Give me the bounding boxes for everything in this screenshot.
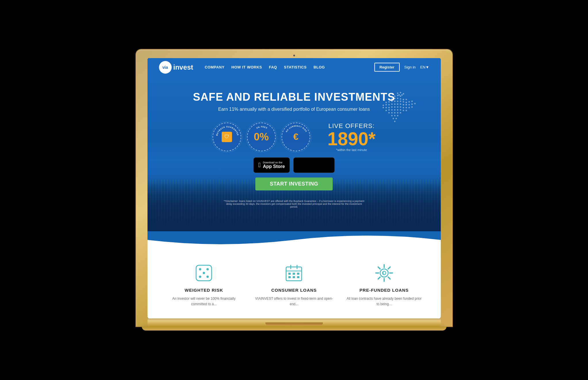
svg-line-92 [388, 267, 390, 269]
buyback-guarantee-badge: BUYBACK GUARANTEE 🛡 [212, 123, 241, 151]
feature-pre-funded-loans: $ PRE-FUNDED LOANS All loan contracts ha… [345, 263, 423, 307]
fees-badge-text: 0% FEES [256, 126, 268, 129]
no-currency-risk-badge: NO CURRENCY RISK € [281, 123, 310, 151]
svg-point-29 [405, 104, 407, 105]
wave-separator [148, 231, 441, 249]
logo-circle: via [159, 61, 172, 74]
google-play-sub-label: GET IT ON [305, 160, 330, 165]
zero-fees-badge: 0% FEES 0% [247, 123, 276, 151]
apple-icon:  [258, 161, 261, 169]
svg-point-22 [385, 104, 387, 105]
register-button[interactable]: Register [374, 63, 400, 72]
app-store-sub-label: Download on the [263, 161, 285, 164]
wave-svg [148, 231, 441, 249]
consumer-loans-title: CONSUMER LOANS [271, 288, 317, 293]
logo-via-text: via [162, 65, 168, 70]
svg-point-31 [411, 103, 413, 105]
live-offers-number: 1890* [327, 130, 376, 148]
svg-point-26 [397, 103, 398, 105]
svg-point-21 [382, 104, 384, 106]
svg-rect-81 [288, 276, 291, 278]
macbook-label: MacBook [286, 322, 303, 326]
laptop-screen: via invest COMPANY HOW IT WORKS FAQ STAT… [148, 58, 441, 318]
weighted-risk-title: WEIGHTED RISK [185, 288, 223, 293]
currency-badge-text: NO CURRENCY RISK [285, 125, 307, 133]
google-play-main-label: Google Play [305, 165, 330, 170]
svg-text:$: $ [382, 272, 384, 275]
consumer-loans-desc: VIAINVEST offers to invest in fixed-term… [255, 296, 333, 307]
nav-links: COMPANY HOW IT WORKS FAQ STATISTICS BLOG [205, 65, 374, 69]
svg-point-73 [206, 276, 209, 278]
svg-point-52 [388, 112, 390, 113]
sign-in-link[interactable]: Sign in [404, 65, 416, 69]
svg-point-27 [400, 103, 401, 105]
calendar-icon [284, 263, 304, 283]
weighted-risk-desc: An investor will never be 100% financial… [165, 296, 243, 307]
hero-title: SAFE AND RELIABLE INVESTMENTS [153, 91, 435, 103]
google-play-button[interactable]: ▶ GET IT ON Google Play [293, 157, 335, 173]
live-offers-section: LIVE OFFERS: 1890* *within the last minu… [327, 122, 376, 152]
svg-point-62 [394, 121, 395, 122]
svg-point-23 [388, 104, 390, 105]
svg-point-57 [391, 115, 392, 116]
hero-subtitle: Earn 11% annually with a diversified por… [153, 107, 435, 112]
browser-content: via invest COMPANY HOW IT WORKS FAQ STAT… [148, 58, 441, 318]
laptop-bottom-bezel: MacBook [148, 318, 441, 326]
screen-bezel: via invest COMPANY HOW IT WORKS FAQ STAT… [136, 49, 452, 326]
logo[interactable]: via invest [159, 61, 193, 74]
svg-rect-83 [297, 276, 299, 278]
nav-faq[interactable]: FAQ [269, 65, 277, 69]
svg-point-58 [394, 115, 395, 116]
logo-invest-text: invest [173, 63, 193, 71]
app-store-main-label: App Store [263, 164, 285, 169]
disclaimer-text: **Disclaimer: loans listed on VIAINVEST … [222, 200, 366, 208]
svg-line-91 [388, 277, 390, 279]
language-selector[interactable]: EN▼ [420, 65, 429, 69]
svg-point-24 [391, 103, 392, 105]
features-section: WEIGHTED RISK An investor will never be … [148, 249, 441, 318]
svg-point-71 [203, 272, 205, 274]
svg-point-59 [397, 115, 398, 116]
feature-consumer-loans: CONSUMER LOANS VIAINVEST offers to inves… [255, 263, 333, 307]
svg-point-28 [403, 104, 404, 105]
start-investing-button[interactable]: START INVESTING [255, 177, 332, 190]
svg-line-90 [378, 267, 380, 269]
svg-rect-78 [288, 273, 291, 275]
svg-point-72 [199, 276, 201, 278]
camera-dot [293, 55, 295, 56]
svg-point-60 [392, 118, 394, 119]
laptop-frame: via invest COMPANY HOW IT WORKS FAQ STAT… [136, 49, 452, 331]
svg-point-84 [380, 269, 388, 277]
svg-rect-82 [293, 276, 295, 278]
google-play-text: GET IT ON Google Play [305, 160, 330, 170]
nav-blog[interactable]: BLOG [313, 65, 325, 69]
nav-company[interactable]: COMPANY [205, 65, 225, 69]
pre-funded-loans-title: PRE-FUNDED LOANS [359, 288, 409, 293]
nav-right: Register Sign in EN▼ [374, 63, 429, 72]
gear-with-dollar-icon: $ [374, 263, 394, 283]
app-store-text: Download on the App Store [263, 161, 285, 169]
feature-weighted-risk: WEIGHTED RISK An investor will never be … [165, 263, 243, 307]
svg-point-55 [397, 112, 398, 113]
nav-statistics[interactable]: STATISTICS [284, 65, 307, 69]
store-buttons-row:  Download on the App Store ▶ GET [253, 157, 335, 173]
svg-rect-80 [297, 273, 299, 275]
features-grid: WEIGHTED RISK An investor will never be … [165, 263, 424, 307]
svg-rect-79 [293, 273, 295, 275]
navbar: via invest COMPANY HOW IT WORKS FAQ STAT… [148, 58, 441, 77]
svg-point-56 [400, 112, 401, 113]
svg-point-53 [391, 112, 392, 113]
google-play-icon: ▶ [298, 162, 302, 169]
svg-point-69 [199, 268, 201, 270]
svg-point-25 [394, 103, 395, 105]
svg-point-30 [408, 104, 410, 105]
buyback-badge-text: BUYBACK GUARANTEE [216, 126, 239, 136]
pre-funded-loans-desc: All loan contracts have already been fun… [345, 296, 423, 307]
hero-actions:  Download on the App Store ▶ GET [153, 157, 435, 208]
dice-icon [194, 263, 214, 283]
laptop-base [142, 326, 447, 331]
svg-point-70 [206, 268, 209, 270]
nav-how-it-works[interactable]: HOW IT WORKS [231, 65, 262, 69]
app-store-button[interactable]:  Download on the App Store [253, 157, 290, 173]
svg-point-54 [394, 112, 395, 113]
